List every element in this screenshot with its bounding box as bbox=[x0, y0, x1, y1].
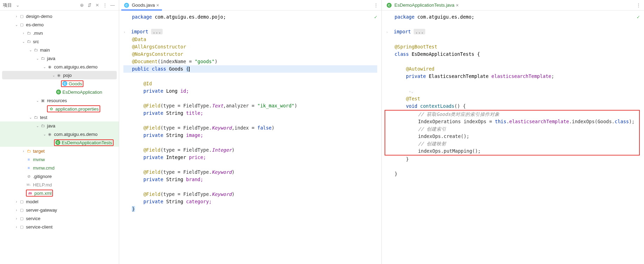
tree-label: main bbox=[40, 47, 50, 53]
tree-node-design-demo[interactable]: › ▢ design-demo bbox=[0, 12, 119, 20]
sidebar-title: 项目 bbox=[3, 2, 12, 8]
code-line: @Id bbox=[123, 81, 152, 86]
chevron-down-icon[interactable]: ⌄ bbox=[35, 124, 40, 128]
maven-icon: m bbox=[27, 190, 33, 196]
chevron-down-icon[interactable]: ⌄ bbox=[28, 48, 33, 52]
editor-content-left[interactable]: ✓ package com.atguigu.es.demo.pojo; › im… bbox=[119, 11, 381, 264]
properties-icon: ✿ bbox=[48, 106, 54, 112]
chevron-right-icon[interactable]: › bbox=[14, 14, 19, 18]
chevron-down-icon[interactable]: ⌄ bbox=[28, 116, 33, 119]
code-line: // 获取Goods类对应的索引操作对象 bbox=[387, 111, 500, 117]
tree-node-model[interactable]: › ▢ model bbox=[0, 197, 119, 206]
chevron-down-icon[interactable]: ⌄ bbox=[35, 57, 40, 60]
tree-label: resources bbox=[47, 98, 67, 103]
code-line: private String image; bbox=[123, 132, 203, 138]
tree-node-service-client[interactable]: › ▢ service-client bbox=[0, 223, 119, 231]
more-icon[interactable]: ⋮ bbox=[101, 2, 108, 9]
folder-icon: 🗀 bbox=[33, 47, 39, 53]
editor-pane-right: C EsDemoApplicationTests.java × ⋮ ✓ pack… bbox=[382, 0, 644, 264]
module-icon: ▢ bbox=[19, 207, 25, 213]
tree-node-app-props[interactable]: ✿ application.properties bbox=[0, 105, 119, 113]
tree-label: test bbox=[40, 115, 47, 120]
editor-content-right[interactable]: ✓ package com.atguigu.es.demo; › import … bbox=[382, 11, 644, 264]
highlight-box: ✿ application.properties bbox=[47, 105, 100, 112]
checkmark-icon: ✓ bbox=[374, 13, 377, 21]
tree-node-mvnw[interactable]: ≡ mvnw bbox=[0, 155, 119, 164]
tree-node-target[interactable]: › 🗀 target bbox=[0, 147, 119, 155]
tree-node-package-test[interactable]: ⌄ ◉ com.atguigu.es.demo bbox=[0, 130, 119, 138]
tree-label: EsDemoApplication bbox=[62, 90, 102, 95]
code-line: private String title; bbox=[123, 110, 203, 116]
project-tree: › ▢ design-demo ⌄ ▢ es-demo › 🗀 .mvn ⌄ 🗀… bbox=[0, 11, 119, 264]
code-line: @Field(type = FieldType.Integer) bbox=[123, 147, 235, 153]
tab-goods[interactable]: C Goods.java × bbox=[121, 0, 162, 10]
tree-node-pom-xml[interactable]: m pom.xml bbox=[0, 189, 119, 197]
code-line: @Field(type = FieldType.Keyword,index = … bbox=[123, 125, 274, 131]
locate-icon[interactable]: ⊕ bbox=[78, 2, 85, 9]
minimize-icon[interactable]: — bbox=[109, 2, 116, 9]
tree-node-resources[interactable]: ⌄ ▣ resources bbox=[0, 96, 119, 105]
file-icon: ≡ bbox=[26, 165, 32, 171]
chevron-down-icon[interactable]: ⌄ bbox=[21, 40, 26, 44]
chevron-down-icon[interactable]: ⌄ bbox=[35, 99, 40, 103]
tree-node-mvn[interactable]: › 🗀 .mvn bbox=[0, 29, 119, 37]
code-line: @Data bbox=[123, 37, 146, 42]
more-icon[interactable]: ⋮ bbox=[372, 2, 379, 9]
tree-node-goods[interactable]: C Goods bbox=[0, 79, 119, 88]
gutter-hint[interactable]: ✧⌄ bbox=[386, 88, 413, 94]
tree-node-es-demo-app[interactable]: C EsDemoApplication bbox=[0, 88, 119, 96]
close-icon[interactable]: × bbox=[456, 2, 459, 8]
chevron-down-icon[interactable]: ⌄ bbox=[51, 73, 56, 77]
chevron-right-icon[interactable]: › bbox=[21, 31, 26, 35]
chevron-down-icon[interactable]: ⌄ bbox=[14, 2, 21, 9]
folder-icon: 🗀 bbox=[40, 123, 46, 128]
code-line: @Document(indexName = "goods") bbox=[123, 59, 217, 64]
code-line: package com.atguigu.es.demo; bbox=[386, 14, 474, 20]
tree-node-package-main[interactable]: ⌄ ◉ com.atguigu.es.demo bbox=[0, 62, 119, 71]
highlight-box: C Goods bbox=[61, 80, 83, 87]
tree-label: pom.xml bbox=[34, 191, 52, 196]
chevron-right-icon[interactable]: › bbox=[14, 225, 19, 229]
expand-icon[interactable]: ⇵ bbox=[86, 2, 93, 9]
tree-node-main[interactable]: ⌄ 🗀 main bbox=[0, 46, 119, 54]
module-icon: ▢ bbox=[19, 216, 25, 221]
code-line: private Long id; bbox=[123, 88, 189, 94]
tree-label: java bbox=[47, 123, 55, 128]
tab-label: Goods.java bbox=[132, 2, 155, 8]
tree-node-tests-class[interactable]: C EsDemoApplicationTests bbox=[0, 138, 119, 147]
tree-node-java[interactable]: ⌄ 🗀 java bbox=[0, 54, 119, 62]
code-line: private String category; bbox=[123, 199, 212, 204]
more-icon[interactable]: ⋮ bbox=[635, 2, 642, 9]
code-line: › import ... bbox=[386, 29, 425, 34]
tree-node-test[interactable]: ⌄ 🗀 test bbox=[0, 113, 119, 121]
code-line: } bbox=[386, 156, 409, 162]
chevron-down-icon[interactable]: ⌄ bbox=[42, 132, 47, 136]
collapse-icon[interactable]: ⨯ bbox=[94, 2, 101, 9]
tree-node-gitignore[interactable]: ⊘ .gitignore bbox=[0, 172, 119, 180]
code-line: @NoArgsConstructor bbox=[123, 51, 183, 57]
class-icon: C bbox=[55, 140, 60, 145]
tree-label: com.atguigu.es.demo bbox=[54, 132, 97, 137]
tab-tests[interactable]: C EsDemoApplicationTests.java × bbox=[384, 0, 461, 10]
chevron-right-icon[interactable]: › bbox=[14, 217, 19, 220]
tree-node-java-test[interactable]: ⌄ 🗀 java bbox=[0, 121, 119, 130]
chevron-down-icon[interactable]: ⌄ bbox=[14, 23, 19, 27]
tree-node-es-demo[interactable]: ⌄ ▢ es-demo bbox=[0, 20, 119, 29]
tree-node-mvnw-cmd[interactable]: ≡ mvnw.cmd bbox=[0, 164, 119, 172]
chevron-right-icon[interactable]: › bbox=[21, 149, 26, 153]
chevron-right-icon[interactable]: › bbox=[14, 208, 19, 212]
chevron-down-icon[interactable]: ⌄ bbox=[42, 65, 47, 69]
tree-label: server-gateway bbox=[26, 207, 57, 213]
chevron-right-icon[interactable]: › bbox=[14, 200, 19, 204]
tree-node-pojo[interactable]: ⌄ ◉ pojo bbox=[2, 71, 117, 79]
tree-node-server-gateway[interactable]: › ▢ server-gateway bbox=[0, 206, 119, 214]
module-icon: ▢ bbox=[19, 199, 25, 204]
module-icon: ▢ bbox=[19, 224, 25, 230]
tree-node-src[interactable]: ⌄ 🗀 src bbox=[0, 37, 119, 46]
gitignore-icon: ⊘ bbox=[26, 173, 32, 179]
close-icon[interactable]: × bbox=[156, 2, 159, 8]
tree-node-help-md[interactable]: M↓ HELP.md bbox=[0, 180, 119, 189]
code-line: private ElasticsearchTemplate elasticsea… bbox=[386, 73, 554, 79]
code-line: class EsDemoApplicationTests { bbox=[386, 51, 480, 57]
tree-node-service[interactable]: › ▢ service bbox=[0, 214, 119, 223]
